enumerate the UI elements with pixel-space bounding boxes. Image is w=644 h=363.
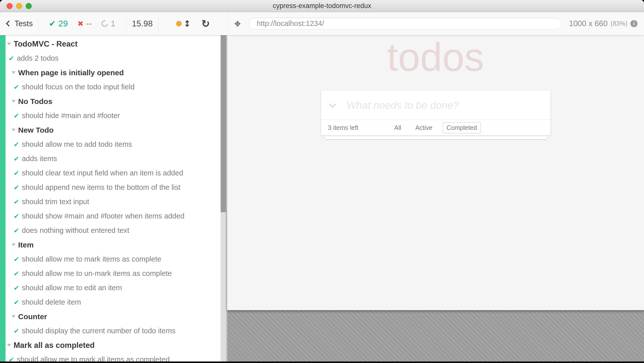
filter-list: All Active Completed bbox=[390, 122, 481, 133]
zoom-button[interactable] bbox=[26, 3, 32, 9]
failed-count: -- bbox=[86, 19, 92, 28]
suite-title: When page is initially opened bbox=[18, 68, 124, 77]
suite-title: No Todos bbox=[18, 97, 52, 106]
test-row[interactable]: ✔ adds items bbox=[6, 152, 221, 166]
test-row[interactable]: ✔ should display the current number of t… bbox=[6, 324, 221, 338]
window-title: cypress-example-todomvc-redux bbox=[273, 2, 371, 10]
test-tree: TodoMVC - React ✔ adds 2 todos When page… bbox=[6, 37, 221, 363]
chevron-left-icon bbox=[6, 20, 12, 26]
stat-pending: 1 bbox=[101, 19, 115, 28]
suite-row[interactable]: When page is initially opened bbox=[6, 65, 221, 80]
check-icon: ✔ bbox=[14, 227, 19, 234]
test-title: should focus on the todo input field bbox=[22, 83, 135, 91]
check-icon: ✔ bbox=[14, 198, 19, 206]
test-stats: ✔ 29 ✖ -- 1 bbox=[38, 12, 126, 35]
reporter-pane: TodoMVC - React ✔ adds 2 todos When page… bbox=[0, 35, 221, 363]
test-row[interactable]: ✔ should allow me to un-mark items as co… bbox=[6, 266, 221, 281]
suite-title: New Todo bbox=[18, 126, 54, 134]
suite-row[interactable]: TodoMVC - React bbox=[6, 37, 221, 51]
caret-down-icon[interactable] bbox=[12, 315, 16, 318]
test-title: should allow me to mark items as complet… bbox=[22, 255, 161, 263]
close-button[interactable] bbox=[7, 3, 13, 9]
test-title: should delete item bbox=[22, 298, 81, 306]
caret-down-icon[interactable] bbox=[12, 71, 16, 74]
suite-title: Counter bbox=[18, 312, 47, 321]
window-bottom-edge bbox=[0, 361, 644, 363]
todomvc-app: todos 3 items left All Active Completed bbox=[321, 35, 550, 139]
caret-down-icon[interactable] bbox=[12, 243, 16, 246]
run-duration: 15.98 bbox=[126, 12, 158, 35]
suite-row[interactable]: Counter bbox=[6, 309, 221, 324]
cypress-toolbar: Tests ✔ 29 ✖ -- 1 15.98 ↕ ↻ ⌖ bbox=[0, 12, 644, 35]
test-row[interactable]: ✔ should delete item bbox=[6, 295, 221, 309]
suite-row[interactable]: Mark all as completed bbox=[6, 338, 221, 352]
check-icon: ✔ bbox=[14, 284, 19, 292]
back-to-tests-label: Tests bbox=[15, 19, 33, 28]
test-row[interactable]: ✔ should focus on the todo input field bbox=[6, 80, 221, 94]
minimize-button[interactable] bbox=[16, 3, 22, 9]
test-title: adds items bbox=[22, 155, 57, 163]
test-row[interactable]: ✔ should append new items to the bottom … bbox=[6, 180, 221, 195]
items-left-count: 3 items left bbox=[328, 124, 358, 131]
test-row[interactable]: ✔ should clear text input field when an … bbox=[6, 166, 221, 180]
test-row[interactable]: ✔ should allow me to mark items as compl… bbox=[6, 252, 221, 266]
scrollbar-thumb[interactable] bbox=[221, 35, 226, 212]
test-title: should hide #main and #footer bbox=[22, 112, 120, 120]
check-icon: ✔ bbox=[14, 255, 19, 263]
new-todo-input[interactable] bbox=[347, 99, 550, 111]
test-row[interactable]: ✔ should allow me to edit an item bbox=[6, 281, 221, 295]
stacked-sheet bbox=[323, 135, 549, 137]
viewport-size: 1000 x 660 bbox=[569, 19, 608, 28]
caret-down-icon[interactable] bbox=[7, 344, 11, 347]
app-window: cypress-example-todomvc-redux Tests ✔ 29… bbox=[0, 0, 644, 363]
auto-scale-indicator[interactable]: ↕ bbox=[176, 19, 191, 29]
orange-dot-icon bbox=[176, 21, 182, 26]
refresh-icon[interactable]: ↻ bbox=[201, 19, 210, 29]
caret-down-icon[interactable] bbox=[12, 129, 16, 131]
test-title: does nothing without entered text bbox=[22, 226, 129, 235]
check-icon: ✔ bbox=[14, 270, 19, 277]
caret-down-icon[interactable] bbox=[7, 43, 11, 45]
outside-viewport-stripes bbox=[227, 310, 644, 363]
info-icon[interactable]: i bbox=[630, 20, 637, 27]
selector-playground-icon[interactable]: ⌖ bbox=[234, 18, 241, 29]
test-row[interactable]: ✔ adds 2 todos bbox=[6, 51, 221, 65]
check-icon: ✔ bbox=[14, 184, 19, 191]
todos-heading: todos bbox=[321, 35, 550, 79]
suite-title: Mark all as completed bbox=[14, 341, 95, 350]
test-row[interactable]: ✔ should trim text input bbox=[6, 195, 221, 209]
suite-row[interactable]: No Todos bbox=[6, 94, 221, 108]
test-title: adds 2 todos bbox=[17, 54, 59, 62]
url-input[interactable] bbox=[249, 18, 561, 29]
filter-completed[interactable]: Completed bbox=[442, 122, 481, 133]
test-title: should allow me to edit an item bbox=[22, 284, 122, 292]
test-title: should clear text input field when an it… bbox=[22, 169, 183, 177]
filter-all[interactable]: All bbox=[390, 122, 405, 133]
suite-row[interactable]: New Todo bbox=[6, 123, 221, 137]
pending-count: 1 bbox=[111, 19, 115, 28]
new-todo-row bbox=[321, 91, 550, 120]
todo-footer: 3 items left All Active Completed bbox=[321, 120, 550, 135]
aut-toolbar: ⌖ 1000 x 660 (83%) i bbox=[228, 12, 644, 35]
todo-card: 3 items left All Active Completed bbox=[321, 91, 550, 135]
stat-passed: ✔ 29 bbox=[49, 19, 68, 28]
test-row[interactable]: ✔ should hide #main and #footer bbox=[6, 108, 221, 123]
aut-pane: todos 3 items left All Active Completed bbox=[227, 35, 644, 363]
toggle-all-chevron-icon[interactable] bbox=[329, 101, 336, 108]
reporter-scrollbar[interactable] bbox=[221, 35, 227, 363]
check-icon: ✔ bbox=[9, 54, 14, 62]
check-icon: ✔ bbox=[14, 169, 19, 177]
check-icon: ✔ bbox=[14, 212, 19, 220]
test-row[interactable]: ✔ should show #main and #footer when ite… bbox=[6, 209, 221, 223]
check-icon: ✔ bbox=[14, 298, 19, 306]
test-title: should display the current number of tod… bbox=[22, 327, 176, 335]
test-row[interactable]: ✔ does nothing without entered text bbox=[6, 223, 221, 238]
back-to-tests-button[interactable]: Tests bbox=[0, 12, 38, 35]
viewport-scale: (83%) bbox=[611, 20, 627, 27]
suite-row[interactable]: Item bbox=[6, 238, 221, 252]
filter-active[interactable]: Active bbox=[411, 122, 436, 133]
test-title: should show #main and #footer when items… bbox=[22, 212, 184, 220]
test-row[interactable]: ✔ should allow me to add todo items bbox=[6, 137, 221, 152]
caret-down-icon[interactable] bbox=[12, 100, 16, 103]
check-icon: ✔ bbox=[49, 19, 56, 28]
